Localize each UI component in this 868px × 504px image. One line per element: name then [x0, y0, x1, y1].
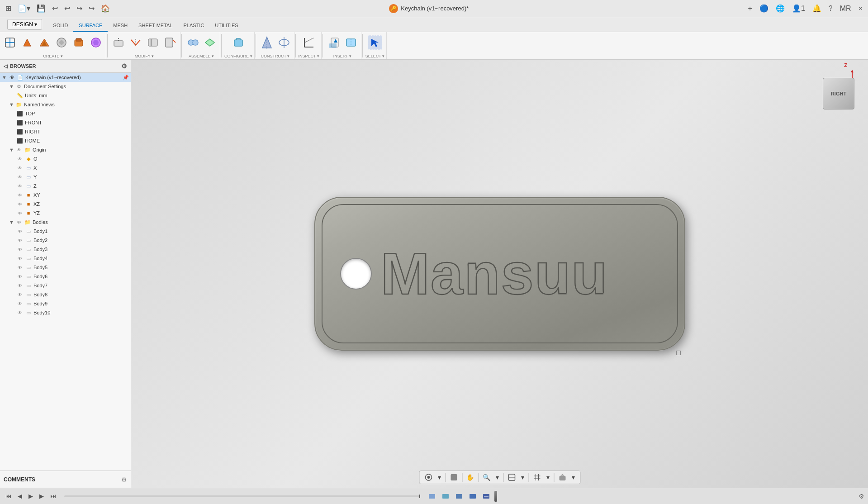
- configure-tool-1[interactable]: [230, 33, 247, 53]
- tree-origin-x[interactable]: 👁 ▭ X: [0, 163, 131, 172]
- named-views-arrow[interactable]: ▼: [9, 102, 15, 107]
- tree-doc-settings[interactable]: ▼ ⚙ Document Settings: [0, 82, 131, 91]
- tree-view-right[interactable]: ⬛ RIGHT: [0, 127, 131, 136]
- body7-visibility-icon[interactable]: 👁: [16, 282, 24, 289]
- body8-visibility-icon[interactable]: 👁: [16, 291, 24, 298]
- timeline-drag-handle[interactable]: [494, 491, 497, 502]
- vp-pan-button[interactable]: ✋: [464, 472, 476, 482]
- home-button[interactable]: 🏠: [99, 3, 112, 14]
- tree-origin-yz[interactable]: 👁 ■ YZ: [0, 209, 131, 218]
- bodies-visibility-icon[interactable]: 👁: [15, 219, 23, 226]
- root-arrow[interactable]: ▼: [2, 75, 8, 80]
- tree-origin-xy[interactable]: 👁 ■ XY: [0, 190, 131, 200]
- vp-visual-style-arrow[interactable]: ▾: [569, 472, 577, 482]
- construct-tool-1[interactable]: [259, 33, 275, 53]
- playback-play[interactable]: ▶: [27, 492, 35, 500]
- modify-tool-1[interactable]: [110, 33, 127, 53]
- timeline-track[interactable]: [64, 495, 420, 497]
- body5-visibility-icon[interactable]: 👁: [16, 264, 24, 271]
- undo-button[interactable]: ↩: [50, 3, 60, 14]
- redo-arrow-button[interactable]: ↪: [87, 3, 96, 14]
- body3-visibility-icon[interactable]: 👁: [16, 246, 24, 253]
- tree-body1[interactable]: 👁 ▭ Body1: [0, 227, 131, 236]
- create-tool-6[interactable]: [88, 33, 104, 53]
- bodies-arrow[interactable]: ▼: [9, 219, 15, 225]
- inspect-label[interactable]: INSPECT ▾: [299, 54, 319, 58]
- apps-button[interactable]: ⊞: [4, 3, 13, 14]
- timeline-icon-2[interactable]: [440, 492, 451, 501]
- create-tool-3[interactable]: [36, 33, 52, 53]
- help-button[interactable]: ?: [827, 4, 835, 14]
- vp-zoom-arrow[interactable]: ▾: [493, 472, 501, 482]
- browser-collapse-icon[interactable]: ◁: [4, 63, 7, 69]
- select-label[interactable]: SELECT ▾: [365, 54, 384, 58]
- comments-settings-icon[interactable]: ⚙: [121, 476, 127, 483]
- playback-step-back-start[interactable]: ⏮: [4, 492, 13, 500]
- modify-tool-4[interactable]: [162, 33, 178, 53]
- vp-grid-arrow[interactable]: ▾: [544, 472, 552, 482]
- tree-body7[interactable]: 👁 ▭ Body7: [0, 281, 131, 290]
- construct-tool-2[interactable]: [276, 33, 292, 53]
- body10-visibility-icon[interactable]: 👁: [16, 309, 24, 316]
- origin-z-visibility-icon[interactable]: 👁: [16, 182, 24, 190]
- insert-label[interactable]: INSERT ▾: [333, 54, 351, 58]
- configure-label[interactable]: CONFIGURE ▾: [224, 54, 252, 58]
- tree-units[interactable]: 📏 Units: mm: [0, 91, 131, 100]
- root-pin-icon[interactable]: 📌: [123, 75, 129, 81]
- tree-origin-o[interactable]: 👁 ◆ O: [0, 154, 131, 163]
- assemble-label[interactable]: ASSEMBLE ▾: [189, 54, 214, 58]
- insert-tool-2[interactable]: [343, 33, 359, 53]
- tab-sheet-metal[interactable]: SHEET METAL: [133, 20, 178, 32]
- insert-tool-1[interactable]: [326, 33, 342, 53]
- tree-origin-xz[interactable]: 👁 ■ XZ: [0, 200, 131, 209]
- create-tool-4[interactable]: [53, 33, 70, 53]
- timeline-icon-4[interactable]: [467, 492, 478, 501]
- viewport[interactable]: Z RIGHT Mansuu ▾: [131, 60, 868, 488]
- tree-body2[interactable]: 👁 ▭ Body2: [0, 236, 131, 245]
- body1-visibility-icon[interactable]: 👁: [16, 228, 24, 235]
- create-tool-1[interactable]: [2, 33, 18, 53]
- tree-origin-z[interactable]: 👁 ▭ Z: [0, 181, 131, 190]
- view-cube[interactable]: RIGHT: [823, 78, 854, 109]
- playback-step-forward-end[interactable]: ⏭: [48, 492, 58, 500]
- select-tool-1[interactable]: [367, 33, 383, 53]
- tab-mesh[interactable]: MESH: [108, 20, 133, 32]
- create-label[interactable]: CREATE ▾: [43, 54, 62, 58]
- info-button[interactable]: 🌐: [774, 3, 787, 14]
- playback-settings-icon[interactable]: ⚙: [859, 493, 864, 500]
- origin-xz-visibility-icon[interactable]: 👁: [16, 200, 24, 208]
- origin-x-visibility-icon[interactable]: 👁: [16, 164, 24, 171]
- tree-body6[interactable]: 👁 ▭ Body6: [0, 272, 131, 281]
- save-button[interactable]: 💾: [35, 3, 47, 14]
- tree-named-views[interactable]: ▼ 📁 Named Views: [0, 100, 131, 109]
- tree-body4[interactable]: 👁 ▭ Body4: [0, 254, 131, 263]
- timeline-icon-1[interactable]: [427, 492, 437, 501]
- tab-surface[interactable]: SURFACE: [73, 20, 108, 32]
- origin-visibility-icon[interactable]: 👁: [15, 146, 23, 153]
- close-button[interactable]: ×: [857, 4, 864, 14]
- create-tool-5[interactable]: [71, 33, 87, 53]
- notification-button[interactable]: 🔔: [811, 3, 823, 14]
- tree-body10[interactable]: 👁 ▭ Body10: [0, 308, 131, 317]
- body4-visibility-icon[interactable]: 👁: [16, 255, 24, 262]
- tree-body3[interactable]: 👁 ▭ Body3: [0, 245, 131, 254]
- redo-button[interactable]: ↪: [75, 3, 84, 14]
- add-button[interactable]: +: [746, 4, 754, 14]
- construct-label[interactable]: CONSTRUCT ▾: [261, 54, 290, 58]
- origin-o-visibility-icon[interactable]: 👁: [16, 155, 24, 162]
- vp-display-mode-arrow[interactable]: ▾: [519, 472, 526, 482]
- tree-origin[interactable]: ▼ 👁 📁 Origin: [0, 145, 131, 154]
- modify-tool-2[interactable]: [128, 33, 144, 53]
- modify-tool-3[interactable]: [145, 33, 161, 53]
- tree-origin-y[interactable]: 👁 ▭ Y: [0, 172, 131, 181]
- vp-display-button[interactable]: [447, 472, 460, 483]
- design-dropdown[interactable]: DESIGN ▾: [7, 19, 42, 30]
- tree-view-home[interactable]: ⬛ HOME: [0, 136, 131, 145]
- body9-visibility-icon[interactable]: 👁: [16, 300, 24, 307]
- tree-body9[interactable]: 👁 ▭ Body9: [0, 299, 131, 308]
- tree-body5[interactable]: 👁 ▭ Body5: [0, 263, 131, 272]
- browser-settings-icon[interactable]: ⚙: [121, 62, 127, 70]
- origin-y-visibility-icon[interactable]: 👁: [16, 173, 24, 181]
- tab-solid[interactable]: SOLID: [47, 20, 73, 32]
- assemble-tool-2[interactable]: [202, 33, 218, 53]
